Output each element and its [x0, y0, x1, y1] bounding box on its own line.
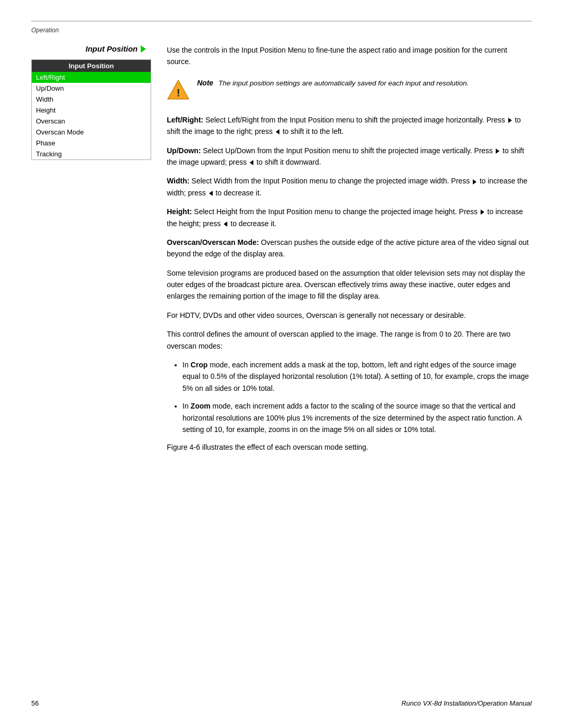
para-leftright: Left/Right: Select Left/Right from the I… — [167, 114, 532, 138]
table-row[interactable]: Phase — [32, 138, 151, 149]
right-column: Use the controls in the Input Position M… — [167, 44, 532, 461]
table-row[interactable]: Overscan Mode — [32, 127, 151, 138]
menu-item-phase[interactable]: Phase — [32, 138, 151, 149]
page-number: 56 — [31, 699, 39, 707]
arrow-left-icon2 — [250, 160, 253, 165]
page-footer: 56 Runco VX-8d Installation/Operation Ma… — [31, 699, 532, 707]
crop-label: Crop — [191, 361, 208, 369]
svg-text:!: ! — [177, 87, 180, 98]
note-label: Note — [197, 79, 213, 87]
page-container: Operation Input Position Input Position … — [0, 0, 563, 728]
menu-item-width[interactable]: Width — [32, 94, 151, 105]
arrow-right-icon4 — [481, 209, 484, 215]
arrow-right-icon — [141, 45, 146, 53]
arrow-left-icon — [276, 129, 279, 134]
menu-item-overscan-mode[interactable]: Overscan Mode — [32, 127, 151, 138]
menu-table-header-cell: Input Position — [32, 60, 151, 72]
menu-table-header-row: Input Position — [32, 60, 151, 72]
arrow-right-icon3 — [473, 179, 476, 184]
header-section: Operation — [31, 21, 532, 34]
list-item: In Crop mode, each increment adds a mask… — [182, 359, 532, 394]
para-leftright-text: Select Left/Right from the Input Positio… — [167, 116, 521, 135]
note-content: The input position settings are automati… — [218, 77, 469, 87]
note-box: ! Note The input position settings are a… — [167, 78, 532, 103]
para-leftright-label: Left/Right: — [167, 116, 203, 124]
arrow-right-icon2 — [496, 149, 499, 154]
bullet-in-text: In Crop mode, each increment adds a mask… — [182, 361, 529, 392]
menu-item-height[interactable]: Height — [32, 105, 151, 116]
input-position-title: Input Position — [85, 44, 138, 53]
manual-title: Runco VX-8d Installation/Operation Manua… — [401, 699, 532, 707]
zoom-label: Zoom — [191, 402, 211, 410]
table-row[interactable]: Up/Down — [32, 83, 151, 94]
para-height-label: Height: — [167, 207, 192, 216]
list-item: In Zoom mode, each increment adds a fact… — [182, 400, 532, 435]
menu-item-tracking[interactable]: Tracking — [32, 149, 151, 160]
menu-table: Input Position Left/Right Up/Down Width … — [31, 59, 151, 160]
para-width-label: Width: — [167, 177, 189, 185]
menu-item-leftright[interactable]: Left/Right — [32, 72, 151, 83]
para-width-text: Select Width from the Input Position men… — [167, 177, 528, 196]
bullet-list: In Crop mode, each increment adds a mask… — [182, 359, 532, 435]
para-overscan-detail1: Some television programs are produced ba… — [167, 267, 532, 302]
arrow-left-icon3 — [209, 191, 213, 196]
para-overscan-detail2: For HDTV, DVDs and other video sources, … — [167, 310, 532, 321]
para-height-text: Select Height from the Input Position me… — [167, 207, 523, 227]
main-content: Input Position Input Position Left/Right… — [31, 44, 532, 461]
table-row[interactable]: Tracking — [32, 149, 151, 160]
para-width: Width: Select Width from the Input Posit… — [167, 175, 532, 199]
menu-item-updown[interactable]: Up/Down — [32, 83, 151, 94]
menu-item-overscan[interactable]: Overscan — [32, 116, 151, 127]
arrow-right-icon — [508, 118, 512, 123]
left-column: Input Position Input Position Left/Right… — [31, 44, 151, 461]
bullet-zoom-text: In Zoom mode, each increment adds a fact… — [182, 402, 522, 434]
para-height: Height: Select Height from the Input Pos… — [167, 206, 532, 229]
input-position-heading: Input Position — [31, 44, 151, 53]
para-updown-label: Up/Down: — [167, 146, 201, 155]
note-text-area: Note The input position settings are aut… — [197, 78, 469, 89]
table-row[interactable]: Width — [32, 94, 151, 105]
section-label: Operation — [31, 27, 59, 34]
para-updown: Up/Down: Select Up/Down from the Input P… — [167, 145, 532, 168]
warning-icon: ! — [167, 78, 190, 103]
para-overscan-label: Overscan/Overscan Mode: — [167, 238, 259, 246]
para-overscan-detail3: This control defines the amount of overs… — [167, 328, 532, 352]
table-row[interactable]: Left/Right — [32, 72, 151, 83]
figure-caption: Figure 4-6 illustrates the effect of eac… — [167, 441, 532, 453]
para-overscan: Overscan/Overscan Mode: Overscan pushes … — [167, 237, 532, 260]
table-row[interactable]: Overscan — [32, 116, 151, 127]
arrow-left-icon4 — [224, 221, 227, 227]
table-row[interactable]: Height — [32, 105, 151, 116]
input-position-description: Use the controls in the Input Position M… — [167, 44, 532, 68]
para-updown-text: Select Up/Down from the Input Position m… — [167, 146, 524, 166]
